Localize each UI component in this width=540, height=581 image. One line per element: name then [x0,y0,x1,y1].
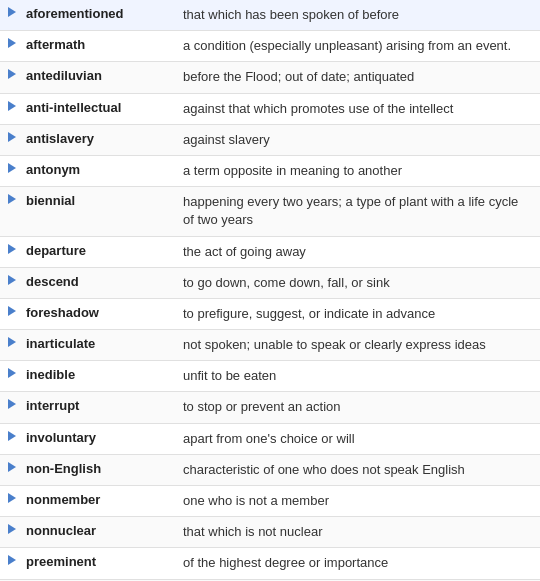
play-icon [8,7,16,17]
play-icon [8,163,16,173]
definition-cell: apart from one's choice or will [179,424,540,454]
play-icon [8,524,16,534]
play-icon-cell[interactable] [0,299,24,322]
definition-cell: of the highest degree or importance [179,548,540,578]
word-cell: anti-intellectual [24,94,179,121]
play-icon [8,368,16,378]
play-icon [8,101,16,111]
play-icon-cell[interactable] [0,424,24,447]
word-cell: nonnuclear [24,517,179,544]
definition-cell: a term opposite in meaning to another [179,156,540,186]
table-row[interactable]: nonmemberone who is not a member [0,486,540,517]
play-icon [8,275,16,285]
table-row[interactable]: biennialhappening every two years; a typ… [0,187,540,236]
play-icon-cell[interactable] [0,455,24,478]
word-cell: inedible [24,361,179,388]
definition-cell: happening every two years; a type of pla… [179,187,540,235]
play-icon-cell[interactable] [0,125,24,148]
definition-cell: to go down, come down, fall, or sink [179,268,540,298]
table-row[interactable]: non-Englishcharacteristic of one who doe… [0,455,540,486]
word-cell: non-English [24,455,179,482]
table-row[interactable]: antonyma term opposite in meaning to ano… [0,156,540,187]
play-icon [8,337,16,347]
definition-cell: one who is not a member [179,486,540,516]
play-icon-cell[interactable] [0,237,24,260]
word-cell: antonym [24,156,179,183]
definition-cell: not spoken; unable to speak or clearly e… [179,330,540,360]
table-row[interactable]: involuntaryapart from one's choice or wi… [0,424,540,455]
table-row[interactable]: antislaveryagainst slavery [0,125,540,156]
play-icon [8,462,16,472]
play-icon [8,244,16,254]
word-cell: nonmember [24,486,179,513]
definition-cell: the act of going away [179,237,540,267]
play-icon [8,69,16,79]
word-cell: biennial [24,187,179,214]
table-row[interactable]: inarticulatenot spoken; unable to speak … [0,330,540,361]
definition-cell: that which has been spoken of before [179,0,540,30]
play-icon-cell[interactable] [0,94,24,117]
word-cell: involuntary [24,424,179,451]
definition-cell: to stop or prevent an action [179,392,540,422]
word-cell: antediluvian [24,62,179,89]
table-row[interactable]: departurethe act of going away [0,237,540,268]
word-cell: departure [24,237,179,264]
table-row[interactable]: antediluvianbefore the Flood; out of dat… [0,62,540,93]
play-icon [8,132,16,142]
play-icon [8,431,16,441]
table-row[interactable]: aftermatha condition (especially unpleas… [0,31,540,62]
play-icon [8,555,16,565]
table-row[interactable]: inedibleunfit to be eaten [0,361,540,392]
definition-cell: unfit to be eaten [179,361,540,391]
table-row[interactable]: nonnuclearthat which is not nuclear [0,517,540,548]
table-row[interactable]: descendto go down, come down, fall, or s… [0,268,540,299]
play-icon [8,306,16,316]
definition-cell: that which is not nuclear [179,517,540,547]
play-icon-cell[interactable] [0,392,24,415]
play-icon [8,194,16,204]
play-icon-cell[interactable] [0,361,24,384]
play-icon-cell[interactable] [0,330,24,353]
play-icon [8,399,16,409]
play-icon-cell[interactable] [0,268,24,291]
play-icon-cell[interactable] [0,517,24,540]
definition-cell: against that which promotes use of the i… [179,94,540,124]
play-icon-cell[interactable] [0,31,24,54]
play-icon-cell[interactable] [0,62,24,85]
definition-cell: a condition (especially unpleasant) aris… [179,31,540,61]
word-cell: descend [24,268,179,295]
table-row[interactable]: anti-intellectualagainst that which prom… [0,94,540,125]
word-cell: inarticulate [24,330,179,357]
definition-cell: to prefigure, suggest, or indicate in ad… [179,299,540,329]
play-icon-cell[interactable] [0,548,24,571]
word-cell: interrupt [24,392,179,419]
definition-cell: before the Flood; out of date; antiquate… [179,62,540,92]
play-icon-cell[interactable] [0,0,24,23]
word-cell: aforementioned [24,0,179,27]
play-icon [8,493,16,503]
definition-cell: against slavery [179,125,540,155]
play-icon-cell[interactable] [0,156,24,179]
table-row[interactable]: foreshadowto prefigure, suggest, or indi… [0,299,540,330]
vocab-table: aforementionedthat which has been spoken… [0,0,540,581]
play-icon [8,38,16,48]
play-icon-cell[interactable] [0,486,24,509]
table-row[interactable]: interruptto stop or prevent an action [0,392,540,423]
table-row[interactable]: preeminentof the highest degree or impor… [0,548,540,579]
play-icon-cell[interactable] [0,187,24,210]
word-cell: preeminent [24,548,179,575]
definition-cell: characteristic of one who does not speak… [179,455,540,485]
word-cell: foreshadow [24,299,179,326]
word-cell: aftermath [24,31,179,58]
table-row[interactable]: aforementionedthat which has been spoken… [0,0,540,31]
word-cell: antislavery [24,125,179,152]
